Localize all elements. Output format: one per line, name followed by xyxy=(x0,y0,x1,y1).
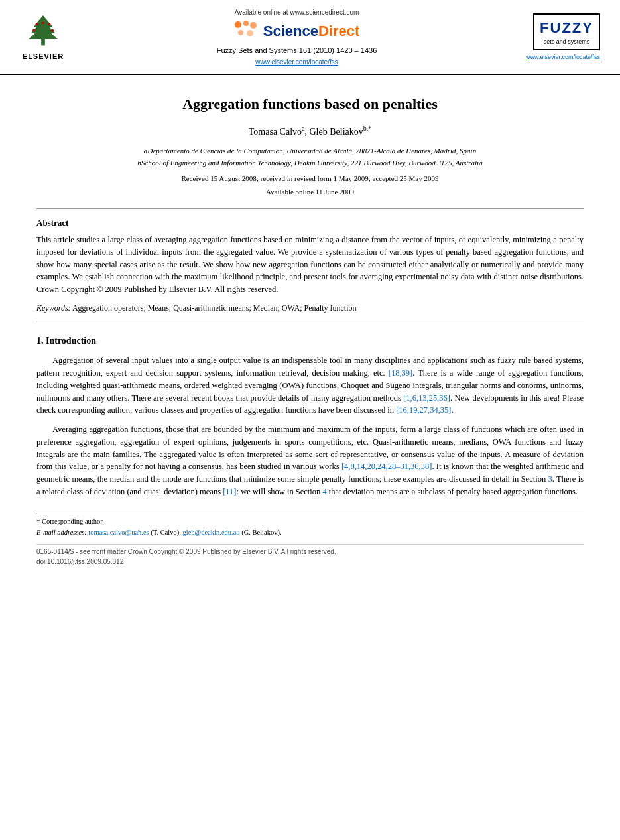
keywords-values: Aggregation operators; Means; Quasi-arit… xyxy=(72,303,357,313)
sciencedirect-wordmark: ScienceDirect xyxy=(263,21,360,42)
keywords-label: Keywords: xyxy=(36,303,71,313)
copyright-line2: doi:10.1016/j.fss.2009.05.012 xyxy=(36,557,584,567)
abstract-divider xyxy=(36,208,584,209)
intro-para1: Aggregation of several input values into… xyxy=(36,354,584,417)
page: ELSEVIER Available online at www.science… xyxy=(0,0,620,840)
available-date: Available online 11 June 2009 xyxy=(36,187,584,198)
svg-point-11 xyxy=(243,21,249,26)
elsevier-wordmark: ELSEVIER xyxy=(23,52,64,62)
ref-4-8-14: [4,8,14,20,24,28–31,36,38] xyxy=(341,462,432,471)
svg-point-14 xyxy=(247,30,253,36)
email-label: E-mail addresses: xyxy=(36,529,87,536)
abstract-title: Abstract xyxy=(36,217,584,230)
email1: tomasa.calvo@uah.es xyxy=(88,529,149,536)
affiliation-b: bSchool of Engineering and Information T… xyxy=(36,157,584,169)
copyright-line1: 0165-0114/$ - see front matter Crown Cop… xyxy=(36,547,584,557)
svg-point-5 xyxy=(36,23,38,25)
copyright-bar: 0165-0114/$ - see front matter Crown Cop… xyxy=(36,544,584,567)
ref-18-39: [18,39] xyxy=(389,368,412,378)
received-dates: Received 15 August 2008; received in rev… xyxy=(36,174,584,184)
ref-section4: 4 xyxy=(322,487,326,496)
svg-point-7 xyxy=(32,29,35,32)
corresponding-author-note: * Corresponding author. xyxy=(36,516,584,526)
abstract-section: Abstract This article studies a large cl… xyxy=(36,217,584,314)
email-footnote: E-mail addresses: tomasa.calvo@uah.es (T… xyxy=(36,527,584,537)
header: ELSEVIER Available online at www.science… xyxy=(0,0,620,75)
sciencedirect-icon xyxy=(234,21,259,42)
ref-16-19: [16,19,27,34,35] xyxy=(396,405,451,415)
author1-name: Tomasa Calvo xyxy=(249,127,302,137)
abstract-text: This article studies a large class of av… xyxy=(36,234,584,296)
affiliations: aDepartamento de Ciencias de la Computac… xyxy=(36,145,584,169)
svg-point-6 xyxy=(48,23,51,25)
author2-name: Gleb Beliakov xyxy=(309,127,363,137)
ref-11: [11] xyxy=(223,487,236,496)
elsevier-logo: ELSEVIER xyxy=(13,14,73,62)
footnote-area: * Corresponding author. E-mail addresses… xyxy=(36,512,584,537)
journal-reference: Fuzzy Sets and Systems 161 (2010) 1420 –… xyxy=(217,46,377,56)
svg-point-8 xyxy=(51,29,54,32)
svg-point-13 xyxy=(238,30,243,35)
keywords-line: Keywords: Aggregation operators; Means; … xyxy=(36,303,584,314)
paper-title: Aggregation functions based on penalties xyxy=(36,94,584,115)
svg-point-10 xyxy=(235,21,241,28)
sciencedirect-logo: ScienceDirect xyxy=(234,21,360,42)
fuzzy-subtitle: sets and systems xyxy=(540,38,593,46)
elsevier-tree-icon xyxy=(20,14,66,50)
introduction-section: 1. Introduction Aggregation of several i… xyxy=(36,334,584,498)
ref-1-6-13: [1,6,13,25,36] xyxy=(403,393,450,403)
journal-link[interactable]: www.elsevier.com/locate/fss xyxy=(255,58,338,66)
email2: gleb@deakin.edu.au xyxy=(183,529,240,536)
header-center: Available online at www.sciencedirect.co… xyxy=(73,8,521,68)
fuzzy-box: FUZZY sets and systems xyxy=(533,13,600,50)
main-content: Aggregation functions based on penalties… xyxy=(0,94,620,567)
fuzzy-logo: FUZZY sets and systems www.elsevier.com/… xyxy=(521,13,600,62)
author1-sup: a xyxy=(302,125,304,132)
intro-para2: Averaging aggregation functions, those t… xyxy=(36,423,584,498)
ref-section3: 3 xyxy=(548,474,552,484)
intro-divider xyxy=(36,322,584,322)
intro-section-title: 1. Introduction xyxy=(36,334,584,348)
affiliation-a: aDepartamento de Ciencias de la Computac… xyxy=(36,145,584,157)
svg-point-9 xyxy=(42,22,44,25)
authors-line: Tomasa Calvoa, Gleb Beliakovb,* xyxy=(36,124,584,139)
fuzzy-title: FUZZY xyxy=(540,17,593,38)
available-online-text: Available online at www.sciencedirect.co… xyxy=(235,8,359,18)
fuzzy-link[interactable]: www.elsevier.com/locate/fss xyxy=(526,54,600,60)
svg-point-12 xyxy=(250,22,257,29)
author2-sup: b,* xyxy=(363,125,372,132)
